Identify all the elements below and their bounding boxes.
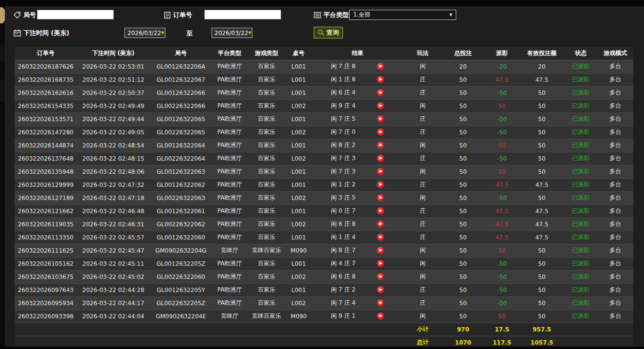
table-no-cell: L002 — [286, 270, 311, 283]
order-no-cell: 260322026154335 — [15, 99, 77, 112]
round-no-cell: GL0022632205Z — [150, 296, 212, 310]
payout-cell: 47.5 — [484, 231, 519, 244]
replay-play-icon[interactable] — [377, 129, 384, 136]
replay-play-icon[interactable] — [377, 220, 384, 228]
table-row: 2603220261036752026-03-22 02:45:02GL0022… — [15, 270, 633, 283]
replay-play-icon[interactable] — [377, 181, 384, 188]
platform-cell: PA欧洲厅 — [212, 218, 247, 231]
status-cell: 已派彩 — [564, 126, 597, 139]
game-type-cell: 百家乐 — [247, 165, 286, 178]
play-type-cell: 庄 — [404, 86, 442, 99]
bet-time-cell: 2026-03-22 02:45:47 — [77, 244, 150, 257]
replay-play-icon[interactable] — [377, 115, 384, 123]
table-row: 2603220261543352026-03-22 02:49:49GL0022… — [15, 99, 633, 112]
platform-type-select[interactable]: 1.全部 ▼ — [349, 10, 456, 20]
query-button[interactable]: 查询 — [314, 27, 343, 38]
order-no-label-text: 订单号 — [173, 11, 192, 19]
game-mode-cell: 多台 — [597, 165, 633, 178]
date-from-picker[interactable]: 2026/03/22 ▼ — [125, 28, 165, 38]
game-type-cell: 百家乐 — [247, 99, 286, 112]
replay-play-icon[interactable] — [377, 299, 384, 307]
result-text: 闲 7 庄 3 — [331, 167, 356, 176]
valid-bet-cell: 50 — [519, 165, 564, 178]
replay-play-icon[interactable] — [377, 168, 384, 175]
platform-cell: PA欧洲厅 — [212, 178, 247, 191]
status-cell: 已派彩 — [564, 231, 597, 244]
table-no-cell: L001 — [286, 112, 311, 126]
payout-cell: 50 — [484, 244, 519, 257]
replay-play-icon[interactable] — [377, 63, 384, 70]
valid-bet-cell: 50 — [519, 139, 564, 152]
round-no-input[interactable] — [37, 10, 114, 19]
round-no-label: 局号 — [14, 10, 36, 20]
result-text: 闲 7 庄 8 — [331, 62, 356, 71]
table-row: 2603220261116252026-03-22 02:45:47GM0902… — [15, 244, 633, 257]
replay-play-icon[interactable] — [377, 234, 384, 241]
result-cell: 闲 4 庄 7 — [311, 257, 404, 270]
game-mode-cell: 多台 — [597, 86, 633, 99]
play-type-cell: 闲 — [404, 270, 442, 283]
order-no-cell: 260322026127189 — [15, 191, 77, 204]
result-text: 闲 3 庄 5 — [331, 194, 356, 202]
payout-cell: 47.5 — [484, 204, 519, 218]
replay-play-icon[interactable] — [377, 102, 384, 110]
sidebar-block — [0, 79, 5, 102]
total-bet-cell: 50 — [442, 310, 484, 323]
bet-time-label-text: 下注时间 (美东) — [23, 29, 69, 37]
total-bet-cell: 50 — [442, 178, 484, 191]
bet-time-cell: 2026-03-22 02:46:48 — [77, 204, 150, 218]
game-type-cell: 百家乐 — [247, 296, 286, 310]
game-type-cell: 百家乐 — [247, 204, 286, 218]
order-no-input[interactable] — [204, 10, 281, 19]
to-label-text: 至 — [186, 29, 193, 38]
total-bet-cell: 50 — [442, 126, 484, 139]
table-no-cell: L002 — [286, 99, 311, 112]
replay-play-icon[interactable] — [377, 207, 384, 215]
bet-time-cell: 2026-03-22 02:49:44 — [77, 112, 150, 126]
status-cell: 已派彩 — [564, 244, 597, 257]
subtotal-total-bet: 970 — [442, 323, 484, 336]
round-no-cell: GL00126322064 — [150, 139, 212, 152]
game-mode-cell: 多台 — [597, 283, 633, 296]
replay-play-icon[interactable] — [377, 89, 384, 96]
order-no-cell: 260322026147280 — [15, 126, 77, 139]
valid-bet-cell: 50 — [519, 270, 564, 283]
status-cell: 已派彩 — [564, 60, 597, 73]
table-row: 2603220260976432026-03-22 02:44:28GL0012… — [15, 283, 633, 296]
status-cell: 已派彩 — [564, 86, 597, 99]
order-no-cell: 260322026168735 — [15, 73, 77, 86]
date-to-picker[interactable]: 2026/03/22 ▼ — [212, 28, 252, 38]
replay-play-icon[interactable] — [377, 286, 384, 294]
replay-play-icon[interactable] — [377, 76, 384, 83]
play-type-cell: 闲 — [404, 99, 442, 112]
bet-time-cell: 2026-03-22 02:45:11 — [77, 257, 150, 270]
game-type-cell: 百家乐 — [247, 126, 286, 139]
table-no-cell: L001 — [286, 139, 311, 152]
total-bet-cell: 50 — [442, 99, 484, 112]
table-header-row: 订单号 下注时间 (美东) 局号 平台类型 游戏类型 桌号 结果 玩法 总投注 … — [15, 47, 633, 60]
result-cell: 闲 6 庄 4 — [311, 86, 404, 99]
result-cell: 闲 9 庄 4 — [311, 99, 404, 112]
result-cell: 闲 7 庄 4 — [311, 296, 404, 310]
valid-bet-cell: 50 — [519, 257, 564, 270]
platform-cell: PA欧洲厅 — [212, 296, 247, 310]
bet-history-window: 局号 订单号 平台类型 1.全部 ▼ 下注时间 (美东) 202 — [0, 0, 644, 349]
replay-play-icon[interactable] — [377, 273, 384, 280]
replay-play-icon[interactable] — [377, 260, 384, 267]
payout-cell: 47.5 — [484, 218, 519, 231]
replay-play-icon[interactable] — [377, 312, 384, 320]
replay-play-icon[interactable] — [377, 155, 384, 162]
platform-cell: PA欧洲厅 — [212, 99, 247, 112]
subtotal-spacer — [15, 323, 404, 336]
replay-play-icon[interactable] — [377, 247, 384, 254]
status-cell: 已派彩 — [564, 296, 597, 310]
col-header-game-mode: 游戏模式 — [597, 47, 633, 60]
play-type-cell: 闲 — [404, 310, 442, 323]
replay-play-icon[interactable] — [377, 142, 384, 149]
round-no-cell: GL00226322064 — [150, 152, 212, 165]
replay-play-icon[interactable] — [377, 194, 384, 202]
bet-time-cell: 2026-03-22 02:53:01 — [77, 60, 150, 73]
total-bet-cell: 50 — [442, 270, 484, 283]
table-row: 2603220260959342026-03-22 02:44:17GL0022… — [15, 296, 633, 310]
result-text: 闲 8 庄 2 — [331, 141, 356, 149]
